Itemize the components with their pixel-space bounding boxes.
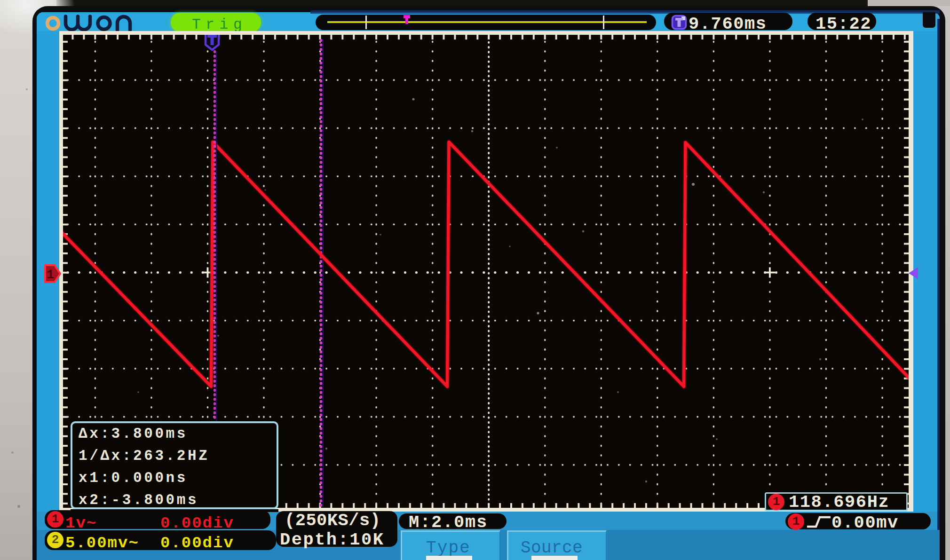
svg-text:1: 1 bbox=[47, 268, 54, 282]
